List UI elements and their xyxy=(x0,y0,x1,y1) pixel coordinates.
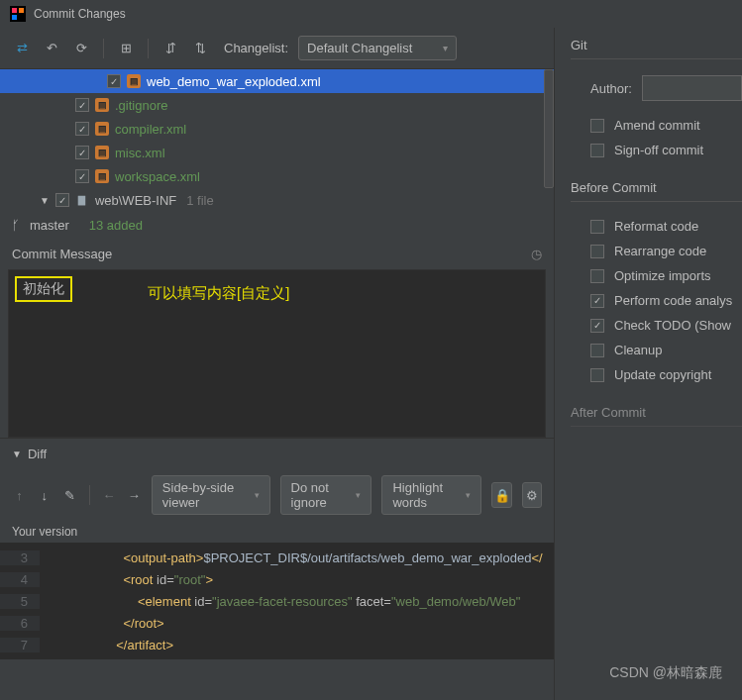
next-diff-icon[interactable]: ↓ xyxy=(37,485,52,505)
changelist-value: Default Changelist xyxy=(307,41,412,55)
author-input[interactable] xyxy=(642,75,742,101)
filename: .gitignore xyxy=(115,98,167,113)
file-checkbox[interactable] xyxy=(75,146,89,159)
svg-rect-2 xyxy=(19,8,24,13)
group-icon[interactable]: ⊞ xyxy=(116,39,136,58)
annotation-text: 可以填写内容[自定义] xyxy=(148,284,289,303)
changelist-label: Changelist: xyxy=(224,41,288,55)
version-label: Your version xyxy=(0,521,554,543)
rearrange-checkbox[interactable] xyxy=(590,245,604,258)
reload-icon[interactable]: ⟳ xyxy=(71,39,91,58)
author-label: Author: xyxy=(590,81,632,96)
file-count: 1 file xyxy=(186,193,213,208)
diff-section-header[interactable]: ▼ Diff xyxy=(0,438,554,469)
expand-icon[interactable]: ⇵ xyxy=(160,39,180,58)
signoff-checkbox[interactable] xyxy=(590,144,604,157)
undo-icon[interactable]: ↶ xyxy=(42,39,61,58)
separator xyxy=(103,39,104,58)
commit-message-header: Commit Message ◷ xyxy=(0,239,554,269)
file-checkbox[interactable] xyxy=(75,169,89,183)
file-tree: ▤ web_demo_war_exploded.xml ▤ .gitignore… xyxy=(0,69,554,212)
todo-checkbox[interactable] xyxy=(590,319,604,333)
commit-message-text: 初始化 xyxy=(15,276,72,302)
folder-row[interactable]: ▼ ▇ web\WEB-INF 1 file xyxy=(0,188,554,212)
code-line: 6 </root> xyxy=(0,612,554,634)
code-viewer[interactable]: 3 <output-path>$PROJECT_DIR$/out/artifac… xyxy=(0,543,554,659)
chevron-down-icon[interactable]: ▼ xyxy=(40,195,50,206)
lock-icon[interactable]: 🔒 xyxy=(491,482,511,508)
separator xyxy=(89,485,90,505)
settings-icon[interactable]: ⚙ xyxy=(522,482,542,508)
titlebar: Commit Changes xyxy=(0,0,742,28)
diff-toolbar: ↑ ↓ ✎ ← → Side-by-side viewer Do not ign… xyxy=(0,469,554,521)
filename: web_demo_war_exploded.xml xyxy=(147,74,321,89)
branch-icon: ᚶ xyxy=(12,218,20,233)
copyright-checkbox[interactable] xyxy=(590,368,604,382)
xml-file-icon: ▤ xyxy=(95,146,109,159)
file-checkbox[interactable] xyxy=(107,74,121,88)
prev-diff-icon[interactable]: ↑ xyxy=(12,485,27,505)
refresh-icon[interactable]: ⇄ xyxy=(12,39,32,58)
folder-checkbox[interactable] xyxy=(55,193,69,207)
filename: compiler.xml xyxy=(115,122,186,137)
signoff-label: Sign-off commit xyxy=(614,143,703,157)
code-line: 5 <element id="javaee-facet-resources" f… xyxy=(0,590,554,612)
xml-file-icon: ▤ xyxy=(95,122,109,136)
after-commit-header: After Commit xyxy=(571,405,742,427)
branch-name: master xyxy=(30,218,69,233)
file-row[interactable]: ▤ misc.xml xyxy=(0,141,554,164)
commit-message-label: Commit Message xyxy=(12,247,112,261)
filename: workspace.xml xyxy=(115,169,200,184)
xml-file-icon: ▤ xyxy=(127,74,141,88)
edit-icon[interactable]: ✎ xyxy=(61,485,76,505)
folder-icon: ▇ xyxy=(75,193,89,207)
optimize-checkbox[interactable] xyxy=(590,269,604,283)
file-row[interactable]: ▤ web_demo_war_exploded.xml xyxy=(0,69,554,93)
amend-label: Amend commit xyxy=(614,118,700,133)
svg-rect-3 xyxy=(12,15,17,20)
code-line: 7 </artifact> xyxy=(0,634,554,655)
separator xyxy=(148,39,149,58)
file-checkbox[interactable] xyxy=(75,122,89,136)
added-count: 13 added xyxy=(89,218,143,233)
chevron-down-icon[interactable]: ▼ xyxy=(12,449,22,459)
viewer-mode-dropdown[interactable]: Side-by-side viewer xyxy=(152,475,270,515)
forward-icon[interactable]: → xyxy=(127,485,142,505)
file-row[interactable]: ▤ .gitignore xyxy=(0,93,554,117)
analysis-checkbox[interactable] xyxy=(590,294,604,308)
cleanup-checkbox[interactable] xyxy=(590,344,604,357)
code-line: 3 <output-path>$PROJECT_DIR$/out/artifac… xyxy=(0,547,554,568)
ignore-dropdown[interactable]: Do not ignore xyxy=(280,475,372,515)
code-line: 4 <root id="root"> xyxy=(0,568,554,590)
line-number: 3 xyxy=(0,550,40,565)
file-row[interactable]: ▤ workspace.xml xyxy=(0,164,554,188)
back-icon[interactable]: ← xyxy=(101,485,116,505)
git-section-header: Git xyxy=(571,38,742,59)
commit-toolbar: ⇄ ↶ ⟳ ⊞ ⇵ ⇅ Changelist: Default Changeli… xyxy=(0,28,554,69)
commit-message-input[interactable]: 初始化 可以填写内容[自定义] xyxy=(8,269,546,438)
xml-file-icon: ▤ xyxy=(95,98,109,112)
svg-rect-1 xyxy=(12,8,17,13)
watermark: CSDN @林暗森鹿 xyxy=(609,664,722,682)
scrollbar[interactable] xyxy=(544,69,554,188)
file-checkbox[interactable] xyxy=(75,98,89,112)
file-row[interactable]: ▤ compiler.xml xyxy=(0,117,554,141)
line-number: 6 xyxy=(0,616,40,631)
window-title: Commit Changes xyxy=(34,7,126,21)
line-number: 7 xyxy=(0,638,40,652)
reformat-checkbox[interactable] xyxy=(590,220,604,234)
changelist-dropdown[interactable]: Default Changelist xyxy=(298,36,457,60)
branch-bar: ᚶ master 13 added xyxy=(0,212,554,239)
diff-label: Diff xyxy=(28,447,47,461)
collapse-icon[interactable]: ⇅ xyxy=(190,39,210,58)
history-icon[interactable]: ◷ xyxy=(531,247,542,261)
app-icon xyxy=(10,6,26,22)
xml-file-icon: ▤ xyxy=(95,169,109,183)
highlight-dropdown[interactable]: Highlight words xyxy=(381,475,481,515)
line-number: 4 xyxy=(0,572,40,587)
line-number: 5 xyxy=(0,594,40,609)
filename: misc.xml xyxy=(115,146,165,160)
folder-name: web\WEB-INF xyxy=(95,193,176,208)
before-commit-header: Before Commit xyxy=(571,180,742,202)
amend-checkbox[interactable] xyxy=(590,119,604,133)
